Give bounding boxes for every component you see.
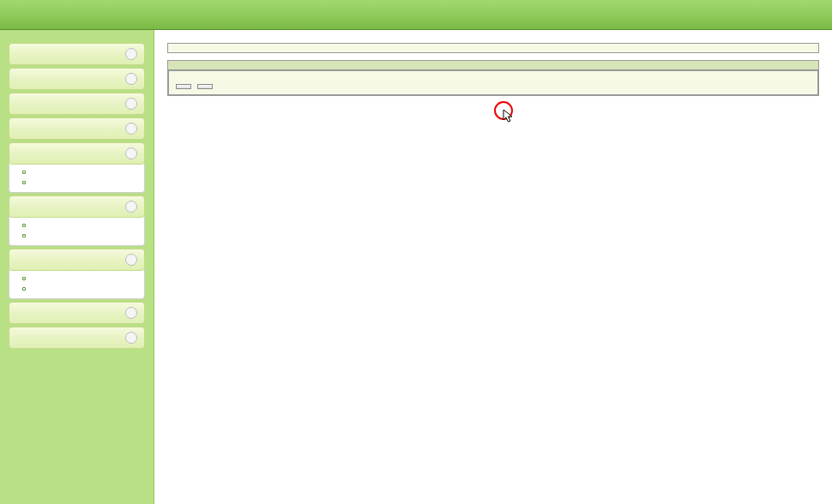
menu-header[interactable] [9,327,145,349]
chevron-up-icon[interactable] [125,98,137,110]
chevron-up-icon[interactable] [125,254,137,266]
menu-header[interactable] [9,68,145,90]
chevron-up-icon[interactable] [125,332,137,344]
menu-header[interactable] [9,302,145,324]
sidebar-item[interactable] [9,273,144,284]
menu-header[interactable] [9,142,145,165]
app-header [0,0,832,30]
bullet-icon [22,171,26,174]
menu-items [9,216,145,246]
chevron-up-icon[interactable] [125,123,137,135]
button-row [169,71,818,95]
panel-header [168,61,818,70]
menu-group [9,302,145,324]
sidebar [0,30,154,504]
chevron-up-icon[interactable] [125,48,137,60]
menu-header[interactable] [9,93,145,115]
chevron-up-icon[interactable] [125,147,137,159]
menu-group [9,43,145,65]
menu-group [9,117,145,140]
menu-group [9,93,145,115]
main-container [0,30,832,504]
bullet-icon [22,287,26,291]
sidebar-item[interactable] [9,220,144,231]
sidebar-item[interactable] [9,167,144,177]
menu-header[interactable] [9,249,145,271]
bullet-icon [22,224,26,227]
menu-group [9,68,145,90]
page-title [167,43,819,53]
form-panel [167,60,819,96]
form-table [168,70,818,95]
main-content [154,30,832,504]
bullet-icon [22,277,26,280]
bullet-icon [22,234,26,237]
menu-header[interactable] [9,195,145,218]
save-button[interactable] [176,84,191,89]
reset-button[interactable] [197,84,213,89]
sidebar-item[interactable] [9,284,144,294]
sidebar-item[interactable] [9,177,144,188]
menu-group [9,249,145,299]
sidebar-item[interactable] [9,231,144,241]
menu-group [9,195,145,246]
chevron-up-icon[interactable] [125,73,137,85]
menu-header[interactable] [9,117,145,140]
menu-items [9,163,145,193]
chevron-up-icon[interactable] [125,201,137,213]
menu-header[interactable] [9,43,145,65]
menu-items [9,269,145,299]
bullet-icon [22,181,26,184]
menu-group [9,327,145,349]
menu-group [9,142,145,193]
chevron-up-icon[interactable] [125,307,137,319]
